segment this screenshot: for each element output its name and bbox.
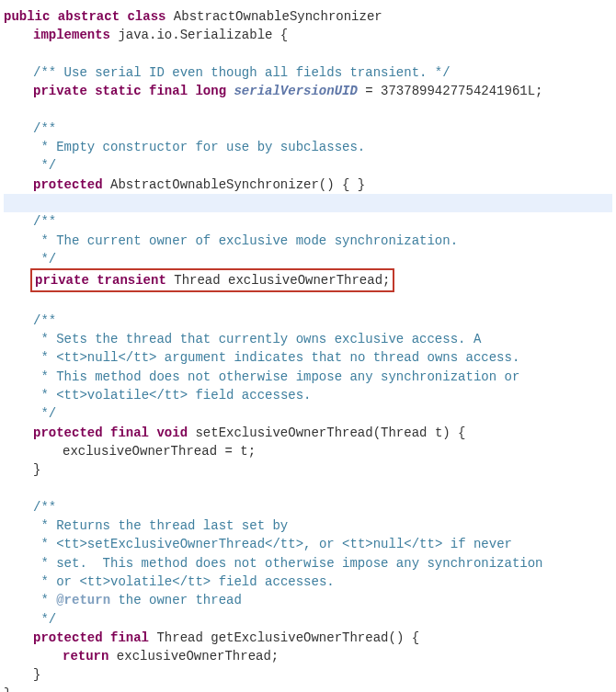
blank-line [4,100,612,119]
comment: * or [33,574,79,589]
text: Thread getExclusiveOwnerThread() { [149,630,419,645]
html-tag: <tt> [56,388,87,403]
comment-line: * Returns the thread last set by [4,516,612,535]
comment-line: * <tt>setExclusiveOwnerThread</tt>, or <… [4,535,612,553]
comment: , or [303,537,342,551]
comment-line: * This method does not otherwise impose … [4,368,612,386]
code-line: return exclusiveOwnerThread; [4,647,612,665]
comment: * [33,593,56,607]
comment-line: * set. This method does not otherwise im… [4,554,612,573]
html-tag: </tt> [118,350,156,365]
keyword: abstract [58,9,120,24]
boxed-line: private transient Thread exclusiveOwnerT… [4,268,612,292]
text: } [4,686,11,692]
text: } [33,667,40,682]
comment: * [33,350,56,365]
keyword: protected final [33,630,149,645]
comment-line: * <tt>null</tt> argument indicates that … [4,348,612,367]
comment: if never [442,537,512,551]
code-line: implements java.io.Serializable { [4,26,612,44]
doc-tag: @return [56,593,110,607]
text: exclusiveOwnerThread = t; [63,444,256,459]
class-name: AbstractOwnableSynchronizer [165,9,382,24]
code-line: exclusiveOwnerThread = t; [4,442,612,460]
comment: volatile [87,388,149,403]
comment: */ [33,612,56,627]
keyword: implements [33,28,110,42]
code-line: protected final void setExclusiveOwnerTh… [4,424,612,442]
comment: null [373,537,405,551]
comment: field accesses. [211,574,334,589]
html-tag: </tt> [404,537,442,551]
html-tag: <tt> [56,350,87,365]
comment: /** [33,500,56,515]
comment-line: */ [4,156,612,175]
comment: argument indicates that no thread owns a… [156,350,519,365]
comment-line: * Sets the thread that currently owns ex… [4,330,612,348]
comment-line: */ [4,610,612,629]
comment: * Empty constructor for use by subclasse… [33,140,365,154]
comment: */ [33,252,56,267]
code-line: public abstract class AbstractOwnableSyn… [4,7,612,26]
text: } [33,462,40,477]
comment-line: * or <tt>volatile</tt> field accesses. [4,573,612,591]
html-tag: <tt> [79,574,110,589]
blank-line [4,479,612,497]
comment-line: * @return the owner thread [4,591,612,609]
html-tag: <tt> [56,537,87,551]
comment: /** [33,214,56,229]
text: Thread exclusiveOwnerThread; [166,273,391,288]
keyword: private static final long [33,84,234,98]
text: setExclusiveOwnerThread(Thread t) { [188,425,465,440]
comment-line: /** [4,312,612,330]
text: java.io.Serializable { [110,28,288,42]
comment-line: /** [4,119,612,138]
comment: * The current owner of exclusive mode sy… [33,233,458,248]
comment: * Sets the thread that currently owns ex… [33,332,481,346]
comment-line: /** [4,212,612,231]
comment-line: * <tt>volatile</tt> field accesses. [4,386,612,404]
comment: /** [33,313,56,328]
comment-line: /** Use serial ID even though all fields… [4,63,612,82]
html-tag: <tt> [342,537,373,551]
highlighted-line [4,194,612,212]
blank-line [4,45,612,63]
comment: volatile [110,574,172,589]
keyword: protected final void [33,425,188,440]
comment: * set. This method does not otherwise im… [33,556,543,571]
comment: * Returns the thread last set by [33,518,288,533]
code-line: protected AbstractOwnableSynchronizer() … [4,176,612,194]
html-tag: </tt> [172,574,211,589]
comment-line: */ [4,250,612,268]
comment: */ [33,406,56,421]
comment: setExclusiveOwnerThread [87,537,265,551]
code-line: } [4,460,612,479]
code-line: protected final Thread getExclusiveOwner… [4,629,612,647]
keyword: protected [33,177,103,192]
code-line: private static final long serialVersionU… [4,82,612,100]
comment: /** [33,121,56,136]
comment: the owner thread [110,593,242,607]
blank-line [4,292,612,311]
text: = 3737899427754241961L; [358,84,543,98]
comment-line: * The current owner of exclusive mode sy… [4,232,612,250]
code-line: } [4,685,612,692]
highlighted-box: private transient Thread exclusiveOwnerT… [30,268,394,292]
comment-line: * Empty constructor for use by subclasse… [4,138,612,156]
comment: * [33,388,56,403]
field-name: serialVersionUID [234,84,357,98]
comment: field accesses. [188,388,311,403]
keyword: return [63,649,108,664]
comment-line: /** [4,498,612,516]
html-tag: </tt> [265,537,303,551]
keyword: public [4,9,50,24]
code-line: } [4,665,612,684]
comment: null [87,350,119,365]
comment: /** Use serial ID even though all fields… [33,65,451,80]
comment: * [33,537,56,551]
keyword: private transient [35,273,166,288]
comment: * This method does not otherwise impose … [33,369,519,384]
comment-line: */ [4,404,612,423]
comment: */ [33,158,56,173]
keyword: class [127,9,165,24]
